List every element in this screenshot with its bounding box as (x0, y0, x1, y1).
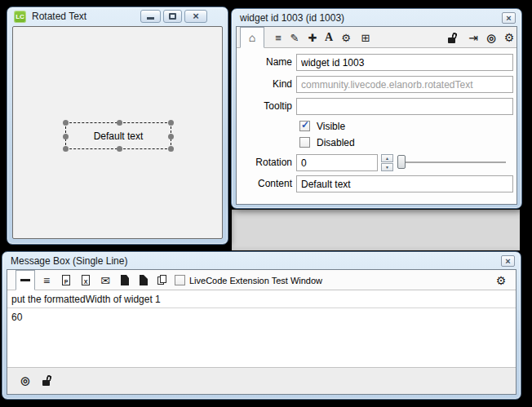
copy-icon (157, 275, 167, 285)
property-inspector-window: widget id 1003 (id 1003) × ⌂ ≡ ✎ ✚ A (231, 8, 522, 209)
stack-window: LC Rotated Text × Default text (7, 7, 228, 245)
gear-icon: ⚙ (496, 274, 507, 287)
move-icon: ✚ (308, 32, 317, 44)
minimize-button[interactable] (140, 10, 161, 23)
unlock-icon (447, 33, 457, 43)
spin-up-icon: ▲ (385, 156, 389, 161)
handle-middle-right[interactable] (168, 134, 174, 139)
target-icon: ◎ (486, 32, 495, 44)
properties-icon: ≡ (275, 32, 282, 44)
tab-text[interactable]: A (321, 27, 337, 48)
close-icon: × (193, 11, 199, 22)
rotation-label: Rotation (237, 154, 292, 171)
target-button[interactable]: ◎ (20, 374, 29, 387)
handle-bottom-middle[interactable] (117, 146, 122, 152)
rotated-text-widget[interactable]: Default text (65, 122, 171, 149)
maximize-icon (169, 13, 176, 20)
extension-window-checkbox[interactable] (175, 275, 185, 285)
spin-down-icon: ▼ (385, 165, 389, 170)
inspector-toolbar: ⌂ ≡ ✎ ✚ A ⚙ ⊞ (237, 27, 516, 48)
geometry-icon: ⊞ (361, 32, 370, 44)
stack-window-titlebar[interactable]: LC Rotated Text × (7, 7, 228, 25)
rotation-slider-track[interactable] (398, 161, 506, 163)
message-box-titlebar[interactable]: Message Box (Single Line) × (2, 252, 521, 270)
tooltip-input[interactable] (296, 98, 513, 115)
single-line-icon (20, 279, 30, 281)
command-input[interactable]: put the formattedWidth of widget 1 (7, 290, 516, 308)
caption-buttons: × (138, 10, 207, 23)
target-icon: ◎ (20, 374, 29, 387)
tooltip-label: Tooltip (237, 98, 292, 115)
visible-label: Visible (317, 121, 345, 132)
close-button[interactable]: × (184, 10, 207, 23)
disabled-checkbox[interactable] (299, 137, 310, 148)
content-input[interactable] (296, 175, 513, 192)
messages-button[interactable]: ✉ (97, 270, 113, 290)
inspector-body: ⌂ ≡ ✎ ✚ A ⚙ ⊞ (236, 26, 517, 205)
check-icon: ✓ (301, 119, 309, 131)
multi-line-mode-button[interactable]: ≡ (38, 270, 55, 290)
screen: LC Rotated Text × Default text (0, 0, 532, 407)
handle-top-right[interactable] (168, 120, 174, 126)
file-icon (121, 275, 129, 285)
message-box-close-button[interactable]: × (501, 255, 515, 267)
desktop-panel (232, 210, 520, 250)
handle-top-left[interactable] (63, 120, 69, 126)
tab-edit[interactable]: ✎ (286, 27, 303, 48)
variables-button[interactable]: X (78, 270, 94, 290)
select-object-icon: ⇥ (468, 31, 478, 44)
file-fold-icon (140, 275, 148, 285)
message-box-body: ≡ P X ✉ (7, 269, 516, 395)
handle-middle-left[interactable] (63, 134, 69, 139)
widget-text: Default text (66, 123, 171, 148)
gears-icon: ⚙ (341, 32, 351, 44)
message-box-settings-button[interactable]: ⚙ (493, 270, 509, 290)
rotation-spin-down[interactable]: ▼ (381, 163, 393, 171)
message-box-title: Message Box (Single Line) (11, 252, 127, 270)
lock-toggle-button[interactable] (444, 27, 460, 48)
maximize-button[interactable] (163, 10, 182, 23)
envelope-icon: ✉ (100, 274, 110, 287)
pending-messages-icon: P (62, 275, 70, 285)
variables-icon: X (82, 275, 90, 285)
message-box-statusbar: ◎ (7, 367, 516, 394)
tab-basic-home[interactable]: ⌂ (240, 27, 264, 48)
inspector-settings-button[interactable]: ⚙ (501, 27, 517, 48)
output-area[interactable]: 60 (7, 308, 516, 369)
rotation-input[interactable] (296, 154, 378, 171)
handle-bottom-left[interactable] (63, 146, 69, 152)
pending-messages-button[interactable]: P (58, 270, 74, 290)
tab-properties[interactable]: ≡ (270, 27, 286, 48)
kind-input[interactable] (296, 76, 513, 93)
message-box-window: Message Box (Single Line) × ≡ P X ✉ (2, 251, 521, 400)
single-line-mode-button[interactable] (16, 270, 35, 290)
tab-position[interactable]: ✚ (304, 27, 321, 48)
name-input[interactable] (296, 54, 513, 71)
rotation-slider-thumb[interactable] (397, 155, 406, 169)
handle-bottom-right[interactable] (168, 146, 174, 152)
kind-label: Kind (237, 76, 292, 93)
open-document-button[interactable] (135, 270, 152, 290)
inspector-title: widget id 1003 (id 1003) (240, 9, 344, 27)
multi-line-icon: ≡ (43, 274, 50, 287)
tab-actions[interactable]: ⚙ (337, 27, 355, 48)
tab-geometry[interactable]: ⊞ (357, 27, 375, 48)
message-box-toolbar: ≡ P X ✉ (7, 270, 516, 290)
stack-window-title: Rotated Text (32, 7, 86, 25)
name-label: Name (237, 54, 292, 71)
home-icon: ⌂ (249, 31, 255, 44)
inspector-close-button[interactable]: × (502, 12, 516, 24)
inspector-titlebar[interactable]: widget id 1003 (id 1003) × (232, 9, 521, 27)
handle-top-middle[interactable] (117, 120, 122, 126)
rotation-spin-up[interactable]: ▲ (381, 154, 393, 162)
livecode-logo-icon: LC (14, 11, 26, 23)
new-document-button[interactable] (117, 270, 133, 290)
select-object-button[interactable]: ⇥ (465, 27, 481, 48)
content-label: Content (237, 175, 292, 192)
target-button[interactable]: ◎ (483, 27, 499, 48)
text-icon: A (325, 31, 333, 44)
visible-checkbox[interactable]: ✓ (299, 121, 310, 131)
minimize-icon (147, 17, 154, 20)
copy-button[interactable] (154, 270, 171, 290)
stack-canvas[interactable]: Default text (12, 26, 223, 239)
